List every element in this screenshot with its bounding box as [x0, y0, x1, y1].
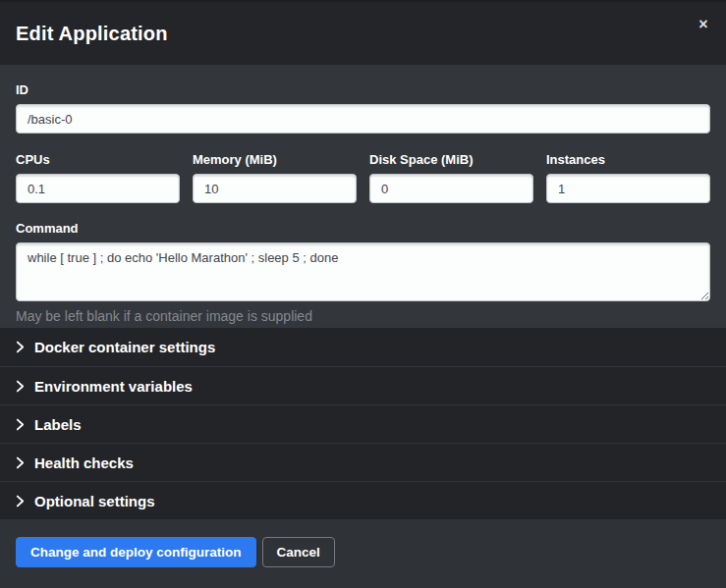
- resources-row: CPUs Memory (MiB) Disk Space (MiB) Insta…: [16, 152, 710, 203]
- modal-header: Edit Application ×: [0, 0, 726, 65]
- instances-label: Instances: [546, 152, 710, 167]
- chevron-right-icon: [16, 380, 25, 393]
- section-label: Docker container settings: [34, 339, 215, 355]
- command-label: Command: [16, 221, 710, 236]
- section-label: Labels: [34, 416, 82, 433]
- section-label: Optional settings: [34, 493, 155, 509]
- collapsible-sections: Docker container settings Environment va…: [0, 328, 726, 519]
- id-field-group: ID: [16, 82, 710, 134]
- disk-field-group: Disk Space (MiB): [369, 152, 533, 203]
- cpus-field-group: CPUs: [16, 152, 180, 203]
- application-form: ID CPUs Memory (MiB) Disk Space (MiB) In…: [0, 65, 726, 328]
- section-health-checks[interactable]: Health checks: [0, 443, 726, 481]
- section-optional-settings[interactable]: Optional settings: [0, 481, 726, 519]
- edit-application-modal: Edit Application × ID CPUs Memory (MiB) …: [0, 0, 726, 588]
- modal-title: Edit Application: [16, 23, 168, 45]
- id-input[interactable]: [16, 104, 710, 134]
- id-label: ID: [16, 82, 710, 97]
- chevron-right-icon: [16, 456, 25, 469]
- section-label: Health checks: [34, 454, 134, 471]
- section-labels[interactable]: Labels: [0, 404, 726, 443]
- section-label: Environment variables: [34, 378, 193, 395]
- modal-footer: Change and deploy configuration Cancel: [0, 519, 726, 588]
- disk-label: Disk Space (MiB): [369, 152, 533, 167]
- command-textarea[interactable]: while [ true ] ; do echo 'Hello Marathon…: [16, 242, 710, 301]
- instances-field-group: Instances: [546, 152, 710, 203]
- close-icon[interactable]: ×: [693, 14, 714, 35]
- chevron-right-icon: [16, 418, 25, 431]
- section-environment-variables[interactable]: Environment variables: [0, 366, 726, 404]
- chevron-right-icon: [16, 341, 25, 353]
- chevron-right-icon: [16, 495, 25, 508]
- command-field-group: Command while [ true ] ; do echo 'Hello …: [16, 221, 710, 324]
- cpus-label: CPUs: [16, 152, 180, 167]
- section-docker-container-settings[interactable]: Docker container settings: [0, 328, 726, 366]
- memory-input[interactable]: [193, 174, 357, 203]
- change-and-deploy-button[interactable]: Change and deploy configuration: [16, 537, 256, 567]
- memory-label: Memory (MiB): [193, 152, 357, 167]
- instances-input[interactable]: [546, 174, 710, 203]
- cancel-button[interactable]: Cancel: [262, 537, 335, 567]
- disk-input[interactable]: [369, 174, 533, 203]
- memory-field-group: Memory (MiB): [193, 152, 357, 203]
- command-help-text: May be left blank if a container image i…: [16, 308, 710, 324]
- cpus-input[interactable]: [16, 174, 180, 203]
